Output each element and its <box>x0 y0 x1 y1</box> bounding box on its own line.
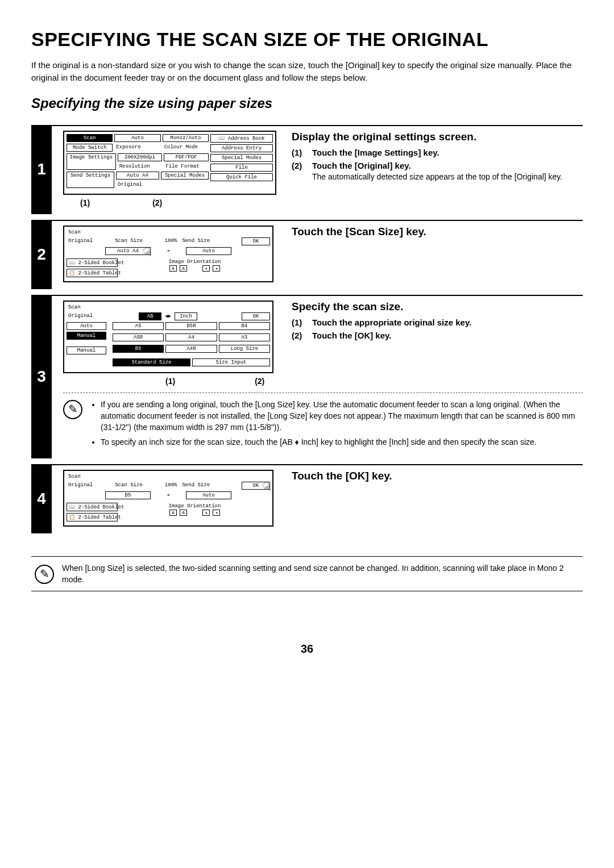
step1-title: Display the original settings screen. <box>292 131 583 143</box>
step3-sub1-num: (1) <box>292 318 306 327</box>
two-sided-tablet-button[interactable]: 📋 2-Sided Tablet <box>67 269 118 277</box>
orientation-icon[interactable]: A <box>169 265 177 272</box>
ok-button[interactable]: OK <box>242 312 270 320</box>
step3-sub1-text: Touch the appropriate original size key. <box>312 318 471 327</box>
step-number: 4 <box>31 464 52 533</box>
scan-label: Scan <box>67 304 82 311</box>
divider <box>63 393 583 393</box>
orientation-icon[interactable]: ◂ <box>213 265 220 272</box>
callout-1: (1) <box>165 377 175 386</box>
pencil-note-icon: ✎ <box>35 565 54 584</box>
original-value[interactable]: Auto A4 <box>116 172 159 180</box>
resolution-label: Resolution <box>118 163 163 170</box>
address-book-button[interactable]: 📖 Address Book <box>210 134 273 143</box>
image-orientation-label: Image Orientation <box>119 503 270 510</box>
ok-button[interactable]: OK <box>242 482 270 490</box>
callout-2: (2) <box>152 198 162 207</box>
orientation-icon[interactable]: ◂ <box>213 510 220 516</box>
section-subtitle: Specifying the size using paper sizes <box>31 95 583 111</box>
ui-panel-step1: Scan Mode Switch Auto Exposure Mono2/Aut… <box>63 131 276 195</box>
size-long[interactable]: Long Size <box>219 345 270 353</box>
file-button[interactable]: File <box>210 164 273 172</box>
ui-panel-step4: Scan Original Scan Size 100% Send Size O… <box>63 470 273 527</box>
scan-label: Scan <box>67 473 82 480</box>
special-modes-side-button[interactable]: Special Modes <box>210 154 273 162</box>
ab-tab[interactable]: AB <box>139 312 161 320</box>
special-modes-button[interactable]: Special Modes <box>161 172 209 180</box>
orientation-icon[interactable]: ◂ <box>202 510 210 516</box>
callout-1: (1) <box>80 198 90 207</box>
manual-button[interactable]: Manual <box>67 347 106 354</box>
size-b5r[interactable]: B5R <box>165 322 217 330</box>
standard-size-tab[interactable]: Standard Size <box>113 358 190 366</box>
send-size-label: Send Size <box>180 237 211 245</box>
step-number: 3 <box>31 295 52 458</box>
two-sided-booklet-button[interactable]: 📖 2-Sided Booklet <box>67 258 118 267</box>
mode-switch-button[interactable]: Mode Switch <box>67 144 113 152</box>
size-a4r[interactable]: A4R <box>165 345 217 353</box>
step-number: 2 <box>31 220 52 289</box>
footnote-text: When [Long Size] is selected, the two-si… <box>62 562 579 586</box>
send-size-label: Send Size <box>180 482 211 490</box>
send-size-button[interactable]: Auto <box>186 247 231 255</box>
original-label: Original <box>67 237 94 245</box>
page-number: 36 <box>31 642 583 656</box>
step1-subnote: The automatically detected size appears … <box>312 172 562 183</box>
two-sided-booklet-button[interactable]: 📖 2-Sided Booklet <box>67 503 118 511</box>
pct-label: 100% <box>163 482 179 490</box>
step1-sub2-num: (2) <box>292 161 306 183</box>
callout-2: (2) <box>255 377 264 386</box>
address-entry-button[interactable]: Address Entry <box>210 144 273 152</box>
original-label: Original <box>116 181 159 188</box>
size-a4[interactable]: A4 <box>165 333 217 341</box>
step3-sub2-text: Touch the [OK] key. <box>312 331 391 340</box>
scan-size-label: Scan Size <box>113 482 144 490</box>
image-orientation-label: Image Orientation <box>119 258 270 265</box>
page-title: SPECIFYING THE SCAN SIZE OF THE ORIGINAL <box>31 28 583 51</box>
auto-tab[interactable]: Auto <box>67 322 106 330</box>
scan-size-button[interactable]: Auto A4 <box>105 247 151 255</box>
quick-file-button[interactable]: Quick File <box>210 173 273 181</box>
manual-tab[interactable]: Manual <box>67 332 106 340</box>
fileformat-value[interactable]: PDF/PDF <box>164 153 209 161</box>
pencil-note-icon: ✎ <box>63 400 82 419</box>
size-a5r[interactable]: A5R <box>113 333 164 341</box>
orientation-icon[interactable]: ◂ <box>202 265 210 272</box>
send-size-value[interactable]: Auto <box>186 491 231 499</box>
step3-title: Specify the scan size. <box>292 301 583 313</box>
ok-button[interactable]: OK <box>242 237 270 245</box>
ui-panel-step2: Scan Original Scan Size 100% Send Size O… <box>63 226 273 282</box>
original-label: Original <box>67 312 94 320</box>
orientation-icon[interactable]: A <box>180 510 187 516</box>
orientation-icon[interactable]: A <box>169 510 177 516</box>
size-a3[interactable]: A3 <box>219 333 270 341</box>
size-b4[interactable]: B4 <box>219 322 270 330</box>
scan-size-label: Scan Size <box>113 237 144 245</box>
step-number: 1 <box>31 125 52 214</box>
colour-mono[interactable]: Mono2/Auto <box>163 134 209 142</box>
ab-inch-arrows-icon: ◀▶ <box>163 312 173 320</box>
step3-note1: If you are sending a long original, touc… <box>101 399 583 433</box>
exposure-auto[interactable]: Auto <box>114 134 160 142</box>
colour-label: Colour Mode <box>163 144 209 151</box>
step1-sub2-text: Touch the [Original] key. <box>312 161 411 170</box>
inch-tab[interactable]: Inch <box>175 312 197 320</box>
step1-sub1-text: Touch the [Image Settings] key. <box>312 148 439 157</box>
resolution-value[interactable]: 200X200dpi <box>118 153 163 161</box>
send-settings-button[interactable]: Send Settings <box>67 172 114 188</box>
size-input-tab[interactable]: Size Input <box>192 358 270 366</box>
size-a5[interactable]: A5 <box>113 322 164 330</box>
step4-title: Touch the [OK] key. <box>292 470 583 482</box>
size-b5[interactable]: B5 <box>113 345 164 353</box>
intro-paragraph: If the original is a non-standard size o… <box>31 59 583 84</box>
step2-title: Touch the [Scan Size] key. <box>292 226 583 238</box>
step1-sub1-num: (1) <box>292 148 306 157</box>
two-sided-tablet-button[interactable]: 📋 2-Sided Tablet <box>67 513 118 521</box>
orientation-icon[interactable]: A <box>180 265 187 272</box>
exposure-label: Exposure <box>114 144 160 151</box>
arrow-icon: ➔ <box>152 247 184 255</box>
scan-header: Scan <box>67 134 113 142</box>
scan-size-value[interactable]: B5 <box>105 491 151 499</box>
ui-panel-step3: Scan Original AB ◀▶ Inch OK <box>63 301 273 373</box>
image-settings-button[interactable]: Image Settings <box>67 153 116 170</box>
